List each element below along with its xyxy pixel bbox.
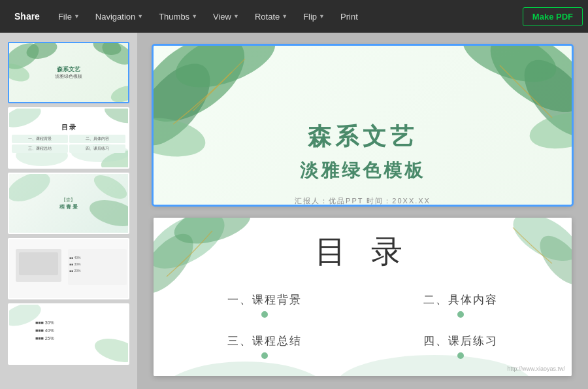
svg-point-30 bbox=[512, 48, 572, 148]
svg-point-32 bbox=[527, 108, 572, 154]
thumbnail-4[interactable]: ■■ 40% ■■ 30% ■■ 20% bbox=[8, 238, 129, 299]
print-button[interactable]: Print bbox=[334, 8, 365, 25]
slide1-content: 森系文艺 淡雅绿色模板 汇报人：优品PPT 时间：20XX.XX bbox=[295, 121, 431, 205]
svg-point-5 bbox=[108, 83, 128, 102]
content-area: 森系文艺 淡雅绿色模板 汇报人：优品PPT 时间：20XX.XX bbox=[137, 33, 588, 389]
svg-point-12 bbox=[87, 195, 128, 231]
svg-text:■■ 40%: ■■ 40% bbox=[69, 256, 81, 260]
svg-point-41 bbox=[482, 367, 572, 376]
thumbnail-5[interactable]: ■■■ 30% ■■■ 40% ■■■ 25% bbox=[8, 303, 129, 365]
navigation-menu[interactable]: Navigation ▼ bbox=[89, 8, 150, 25]
slide2-grid: 一、课程背景 二、具体内容 三、课程总结 bbox=[154, 292, 572, 359]
svg-rect-16 bbox=[68, 249, 127, 285]
svg-point-26 bbox=[154, 51, 223, 158]
slide2-content: 目 录 一、课程背景 二、具体内容 三、课程总结 bbox=[154, 231, 572, 359]
slide1-sub-title: 淡雅绿色模板 bbox=[295, 158, 431, 183]
rotate-menu[interactable]: Rotate ▼ bbox=[248, 8, 294, 25]
slide2-dot3 bbox=[261, 352, 268, 359]
svg-point-13 bbox=[90, 174, 128, 203]
slide-1: 森系文艺 淡雅绿色模板 汇报人：优品PPT 时间：20XX.XX bbox=[154, 46, 572, 205]
slide2-title: 目 录 bbox=[154, 231, 572, 273]
thumbnail-2[interactable]: 目 录 一、课程背景 二、具体内容 三、课程总结 四、课后练习 bbox=[8, 107, 129, 169]
thumb2-item2: 二、具体内容 bbox=[69, 135, 125, 143]
svg-text:■■ 20%: ■■ 20% bbox=[69, 269, 81, 273]
svg-text:■■ 30%: ■■ 30% bbox=[69, 262, 81, 266]
slide2-dot4 bbox=[457, 352, 464, 359]
svg-point-29 bbox=[477, 46, 572, 128]
thumbnail-sidebar: 森系文艺 淡雅绿色模板 目 录 一、课程背景 bbox=[0, 33, 137, 389]
slide-card-2[interactable]: 目 录 一、课程背景 二、具体内容 三、课程总结 bbox=[154, 218, 572, 377]
flip-menu[interactable]: Flip ▼ bbox=[297, 8, 331, 25]
view-arrow-icon: ▼ bbox=[233, 13, 239, 20]
thumb3-tag: 【壹】 bbox=[59, 197, 78, 203]
make-pdf-button[interactable]: Make PDF bbox=[523, 7, 583, 26]
thumb3-title: 程 青 景 bbox=[59, 203, 78, 211]
slide2-item4: 四、课后练习 bbox=[389, 333, 532, 359]
toolbar: Share File ▼ Navigation ▼ Thumbs ▼ View … bbox=[0, 0, 588, 33]
svg-point-11 bbox=[9, 174, 54, 207]
thumb2-item4: 四、课后练习 bbox=[69, 144, 125, 153]
thumb2-title: 目 录 bbox=[12, 123, 125, 132]
slide1-main-title: 森系文艺 bbox=[295, 121, 431, 153]
svg-point-20 bbox=[9, 305, 44, 330]
slide2-item1: 一、课程背景 bbox=[193, 292, 336, 318]
slide2-dot1 bbox=[261, 311, 268, 318]
file-arrow-icon: ▼ bbox=[74, 13, 80, 20]
svg-point-47 bbox=[160, 362, 330, 377]
slide2-item2: 二、具体内容 bbox=[389, 292, 532, 318]
svg-point-25 bbox=[154, 46, 259, 139]
thumb1-subtitle: 淡雅绿色模板 bbox=[55, 73, 82, 80]
main-area: 森系文艺 淡雅绿色模板 目 录 一、课程背景 bbox=[0, 33, 588, 389]
svg-point-21 bbox=[92, 334, 128, 364]
view-menu[interactable]: View ▼ bbox=[206, 8, 246, 25]
thumbnail-1[interactable]: 森系文艺 淡雅绿色模板 bbox=[8, 42, 129, 103]
flip-arrow-icon: ▼ bbox=[319, 13, 325, 20]
share-button[interactable]: Share bbox=[5, 7, 49, 25]
svg-point-27 bbox=[169, 46, 283, 99]
thumb2-item1: 一、课程背景 bbox=[12, 135, 68, 143]
svg-point-28 bbox=[154, 112, 208, 162]
svg-rect-15 bbox=[19, 252, 58, 275]
file-menu[interactable]: File ▼ bbox=[52, 8, 86, 25]
svg-text:■■■ 30%: ■■■ 30% bbox=[35, 320, 54, 325]
thumb1-title: 森系文艺 bbox=[55, 65, 82, 74]
slide-2: 目 录 一、课程背景 二、具体内容 三、课程总结 bbox=[154, 218, 572, 377]
svg-text:■■■ 40%: ■■■ 40% bbox=[35, 328, 54, 333]
thumbnail-3[interactable]: 【壹】 程 青 景 bbox=[8, 173, 129, 234]
navigation-arrow-icon: ▼ bbox=[137, 13, 143, 20]
slide-card-1[interactable]: 森系文艺 淡雅绿色模板 汇报人：优品PPT 时间：20XX.XX bbox=[154, 46, 572, 205]
thumb2-grid: 一、课程背景 二、具体内容 三、课程总结 四、课后练习 bbox=[12, 135, 125, 153]
thumb2-item3: 三、课程总结 bbox=[12, 144, 68, 153]
slide2-item3: 三、课程总结 bbox=[193, 333, 336, 359]
slide2-dot2 bbox=[457, 311, 464, 318]
slide1-info: 汇报人：优品PPT 时间：20XX.XX bbox=[295, 196, 431, 205]
svg-text:■■■ 25%: ■■■ 25% bbox=[35, 336, 54, 341]
rotate-arrow-icon: ▼ bbox=[282, 13, 287, 20]
svg-point-31 bbox=[456, 46, 563, 93]
thumbs-menu[interactable]: Thumbs ▼ bbox=[152, 8, 204, 25]
thumbs-arrow-icon: ▼ bbox=[191, 13, 197, 20]
